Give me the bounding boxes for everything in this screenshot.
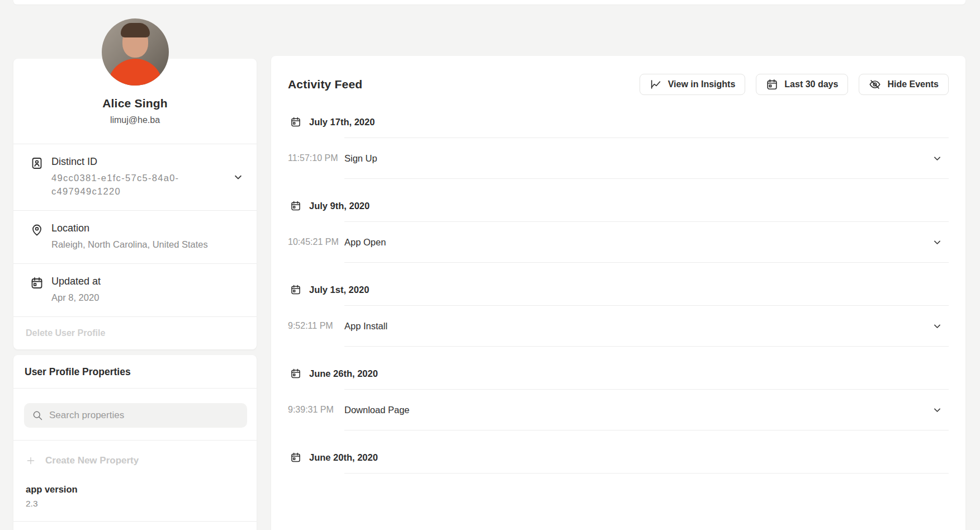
- delete-user-profile-button[interactable]: Delete User Profile: [13, 316, 257, 349]
- user-profile-properties-card: User Profile Properties Create New Prope…: [13, 355, 257, 530]
- feed-date-group: July 17th, 2020 11:57:10 PM Sign Up: [288, 95, 949, 179]
- line-chart-icon: [650, 78, 662, 91]
- profile-field-row: Updated at Apr 8, 2020: [13, 263, 257, 316]
- button-label: Hide Events: [887, 79, 939, 89]
- feed-date-row: June 20th, 2020: [290, 430, 949, 473]
- feed-date-group: June 26th, 2020 9:39:31 PM Download Page: [288, 347, 949, 430]
- feed-event-row[interactable]: 11:57:10 PM Sign Up: [344, 138, 949, 179]
- event-name: App Open: [344, 237, 386, 248]
- field-label: Distinct ID: [51, 156, 183, 168]
- event-name: Download Page: [344, 405, 410, 415]
- property-item: app version 2.3: [13, 471, 257, 522]
- feed-actions: View in Insights Last 30 days Hide Event…: [640, 74, 949, 95]
- event-time: 9:39:31 PM: [288, 405, 344, 415]
- chevron-down-icon[interactable]: [233, 172, 243, 182]
- search-icon: [32, 410, 43, 421]
- avatar: [102, 18, 169, 86]
- hide-events-button[interactable]: Hide Events: [859, 74, 949, 95]
- chevron-down-icon[interactable]: [932, 154, 942, 163]
- feed-body: July 17th, 2020 11:57:10 PM Sign Up July…: [271, 95, 965, 474]
- feed-date-row: July 9th, 2020: [290, 179, 949, 221]
- event-time: 9:52:11 PM: [288, 321, 344, 331]
- button-label: View in Insights: [668, 79, 736, 89]
- page: Alice Singh limuj@he.ba Distinct ID 49cc…: [0, 0, 980, 530]
- profile-field-row: Location Raleigh, North Carolina, United…: [13, 210, 257, 263]
- field-value: Raleigh, North Carolina, United States: [51, 238, 208, 252]
- feed-date-group: July 1st, 2020 9:52:11 PM App Install: [288, 263, 949, 347]
- profile-card: Alice Singh limuj@he.ba Distinct ID 49cc…: [13, 59, 257, 349]
- field-label: Updated at: [51, 276, 101, 287]
- avatar-hair: [121, 23, 150, 37]
- feed-date-label: July 1st, 2020: [309, 285, 369, 295]
- feed-event-row[interactable]: 9:52:11 PM App Install: [344, 306, 949, 347]
- eye-off-icon: [869, 78, 881, 91]
- feed-date-row: June 26th, 2020: [290, 347, 949, 389]
- profile-sidebar: Alice Singh limuj@he.ba Distinct ID 49cc…: [13, 0, 257, 530]
- event-time: 10:45:21 PM: [288, 237, 344, 247]
- event-time: 11:57:10 PM: [288, 153, 344, 163]
- feed-events: 9:52:11 PM App Install: [344, 305, 949, 347]
- properties-search-section: [13, 389, 257, 441]
- properties-list: app version 2.3: [13, 471, 257, 522]
- activity-feed-title: Activity Feed: [288, 78, 362, 91]
- chevron-down-icon[interactable]: [932, 405, 942, 415]
- calendar-icon: [766, 78, 778, 91]
- last-30-days-button[interactable]: Last 30 days: [756, 74, 848, 95]
- id-badge-icon: [30, 157, 44, 170]
- chevron-down-icon[interactable]: [932, 321, 942, 331]
- profile-fields: Distinct ID 49cc0381-e1fc-57c5-84a0-c497…: [13, 144, 257, 316]
- feed-events: 10:45:21 PM App Open: [344, 221, 949, 263]
- feed-date-label: July 9th, 2020: [309, 201, 370, 211]
- search-properties-box[interactable]: [24, 403, 247, 428]
- button-label: Last 30 days: [784, 79, 838, 89]
- feed-events: 11:57:10 PM Sign Up: [344, 138, 949, 179]
- property-name: app version: [26, 484, 257, 495]
- field-value: Apr 8, 2020: [51, 291, 101, 305]
- calendar-icon: [290, 452, 301, 463]
- field-value: 49cc0381-e1fc-57c5-84a0-c497949c1220: [51, 172, 183, 198]
- feed-date-label: June 20th, 2020: [309, 452, 378, 463]
- event-name: Sign Up: [344, 153, 377, 164]
- feed-date-group: June 20th, 2020: [288, 430, 949, 474]
- calendar-icon: [290, 116, 301, 127]
- calendar-icon: [30, 276, 44, 290]
- profile-field-row: Distinct ID 49cc0381-e1fc-57c5-84a0-c497…: [13, 144, 257, 210]
- activity-feed-card: Activity Feed View in Insights Last 30 d…: [271, 56, 965, 530]
- feed-date-label: July 17th, 2020: [309, 117, 375, 127]
- feed-events: 9:39:31 PM Download Page: [344, 389, 949, 430]
- create-new-property-button[interactable]: Create New Property: [13, 441, 257, 471]
- calendar-icon: [290, 284, 301, 295]
- view-in-insights-button[interactable]: View in Insights: [640, 74, 746, 95]
- feed-date-label: June 26th, 2020: [309, 368, 378, 379]
- plus-icon: [26, 456, 36, 466]
- feed-event-row[interactable]: 10:45:21 PM App Open: [344, 222, 949, 263]
- feed-date-row: July 17th, 2020: [290, 95, 949, 138]
- properties-title: User Profile Properties: [13, 355, 257, 389]
- chevron-down-icon[interactable]: [932, 238, 942, 247]
- calendar-icon: [290, 200, 301, 211]
- profile-name: Alice Singh: [13, 97, 257, 110]
- feed-date-row: July 1st, 2020: [290, 263, 949, 305]
- create-new-property-label: Create New Property: [45, 455, 139, 466]
- feed-date-group: July 9th, 2020 10:45:21 PM App Open: [288, 179, 949, 263]
- search-properties-input[interactable]: [49, 410, 239, 421]
- event-name: App Install: [344, 321, 387, 332]
- feed-event-row[interactable]: 9:39:31 PM Download Page: [344, 390, 949, 430]
- profile-email: limuj@he.ba: [13, 115, 257, 125]
- feed-events: [344, 473, 949, 474]
- property-value: 2.3: [26, 499, 257, 509]
- location-pin-icon: [30, 223, 44, 236]
- field-label: Location: [51, 223, 208, 234]
- activity-feed-header: Activity Feed View in Insights Last 30 d…: [271, 56, 965, 95]
- calendar-icon: [290, 368, 301, 379]
